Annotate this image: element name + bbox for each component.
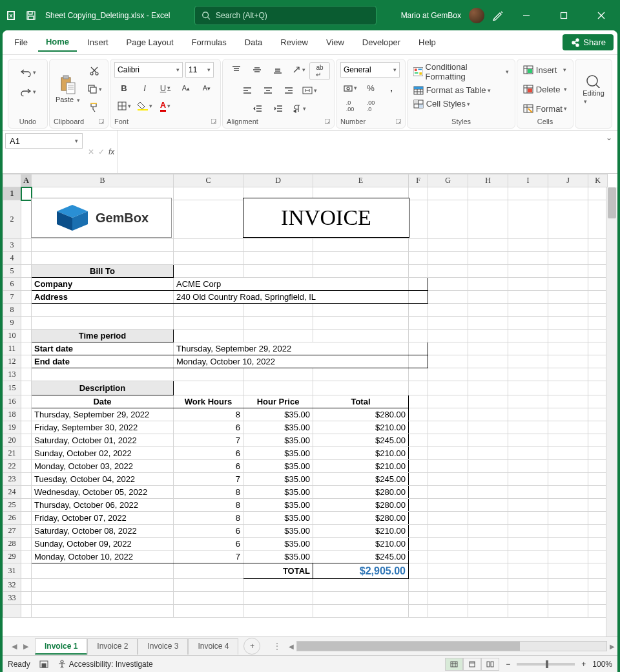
cell[interactable] <box>588 421 608 434</box>
orientation-button[interactable]: ▾ <box>289 62 308 78</box>
cell[interactable] <box>548 330 588 342</box>
decrease-decimal-button[interactable]: .00.0 <box>361 98 380 114</box>
menu-file[interactable]: File <box>6 34 36 51</box>
cell[interactable]: Address <box>32 291 174 304</box>
cell[interactable]: 8 <box>174 486 243 499</box>
row-header-16[interactable]: 16 <box>3 395 21 408</box>
cell[interactable] <box>174 579 243 592</box>
cell[interactable] <box>428 355 468 368</box>
cell[interactable]: $35.00 <box>243 473 313 486</box>
align-center-button[interactable] <box>258 83 278 98</box>
cell[interactable] <box>548 381 588 395</box>
cell[interactable] <box>428 592 468 605</box>
cell[interactable] <box>468 395 508 408</box>
cell[interactable] <box>468 265 508 278</box>
cell[interactable] <box>409 473 428 486</box>
comma-button[interactable]: , <box>382 80 401 96</box>
cell[interactable] <box>508 265 548 278</box>
cell[interactable]: $280.00 <box>313 486 409 499</box>
formula-input[interactable]: ⌄ <box>117 131 617 173</box>
pen-icon[interactable] <box>492 10 504 21</box>
cell[interactable]: Saturday, October 01, 2022 <box>32 434 174 447</box>
cell[interactable] <box>313 368 409 381</box>
cell[interactable]: Time period <box>32 330 174 342</box>
cell[interactable]: 6 <box>174 447 243 460</box>
cell[interactable]: $35.00 <box>243 512 313 525</box>
row-header-13[interactable]: 13 <box>3 368 21 381</box>
cell[interactable] <box>508 460 548 473</box>
cell[interactable]: $35.00 <box>243 447 313 460</box>
cell[interactable] <box>508 499 548 512</box>
cell[interactable]: $280.00 <box>313 499 409 512</box>
cell[interactable] <box>243 252 313 265</box>
cell[interactable]: 8 <box>174 499 243 512</box>
cell[interactable] <box>468 579 508 592</box>
cell[interactable]: 240 Old Country Road, Springfield, IL <box>174 291 409 304</box>
cell[interactable] <box>588 525 608 538</box>
menu-view[interactable]: View <box>318 34 352 51</box>
row-header-23[interactable]: 23 <box>3 473 21 486</box>
col-header-F[interactable]: F <box>409 174 428 187</box>
cell[interactable] <box>508 200 548 239</box>
sheet-tab-invoice-2[interactable]: Invoice 2 <box>87 638 138 655</box>
cell[interactable] <box>468 499 508 512</box>
cell[interactable] <box>548 447 588 460</box>
cell[interactable] <box>409 551 428 563</box>
cell[interactable] <box>468 460 508 473</box>
cell[interactable] <box>588 395 608 408</box>
cell[interactable] <box>588 551 608 563</box>
cell[interactable] <box>468 381 508 395</box>
cell[interactable] <box>21 408 32 421</box>
align-top-button[interactable] <box>227 62 246 78</box>
cell[interactable] <box>32 579 174 592</box>
cell[interactable] <box>588 473 608 486</box>
merge-button[interactable]: ▾ <box>300 83 319 98</box>
macro-icon[interactable] <box>39 660 48 668</box>
cell[interactable] <box>21 200 32 239</box>
row-header-19[interactable]: 19 <box>3 421 21 434</box>
cell[interactable] <box>468 563 508 579</box>
row-header-22[interactable]: 22 <box>3 460 21 473</box>
cell[interactable] <box>548 187 588 200</box>
accessibility-status[interactable]: Accessibility: Investigate <box>57 660 153 669</box>
font-color-button[interactable]: A▾ <box>156 98 175 114</box>
cell[interactable] <box>508 563 548 579</box>
cell[interactable] <box>548 342 588 355</box>
name-box[interactable]: A1▾ <box>5 133 83 149</box>
row-header-28[interactable]: 28 <box>3 538 21 551</box>
cell[interactable] <box>313 304 409 317</box>
row-header-7[interactable]: 7 <box>3 291 21 304</box>
spreadsheet-grid[interactable]: ABCDEFGHIJK12345Bill To6CompanyACME Corp… <box>3 174 617 636</box>
menu-home[interactable]: Home <box>38 33 77 52</box>
cell[interactable] <box>588 239 608 252</box>
cell[interactable] <box>508 252 548 265</box>
cell[interactable] <box>588 381 608 395</box>
row-header-29[interactable]: 29 <box>3 551 21 563</box>
cell[interactable] <box>428 579 468 592</box>
row-header-15[interactable]: 15 <box>3 381 21 395</box>
cell[interactable] <box>243 265 313 278</box>
cell[interactable] <box>21 473 32 486</box>
cell[interactable] <box>32 304 174 317</box>
cell[interactable]: 7 <box>174 434 243 447</box>
cell[interactable] <box>468 486 508 499</box>
col-header-H[interactable]: H <box>468 174 508 187</box>
cell[interactable]: $35.00 <box>243 434 313 447</box>
decrease-indent-button[interactable] <box>248 101 267 116</box>
cell[interactable]: $210.00 <box>313 447 409 460</box>
cell[interactable] <box>21 395 32 408</box>
cell[interactable]: TOTAL <box>243 563 313 579</box>
cell[interactable]: Friday, October 07, 2022 <box>32 512 174 525</box>
cell[interactable]: Thursday, September 29, 2022 <box>174 342 409 355</box>
cell[interactable] <box>508 342 548 355</box>
font-size-select[interactable]: 11▾ <box>185 62 214 78</box>
cell[interactable] <box>243 304 313 317</box>
cell[interactable] <box>243 381 313 395</box>
cell[interactable] <box>468 239 508 252</box>
cell[interactable] <box>468 355 508 368</box>
cell[interactable] <box>548 605 588 618</box>
cell[interactable] <box>588 579 608 592</box>
cell[interactable]: $210.00 <box>313 525 409 538</box>
cell[interactable] <box>313 381 409 395</box>
cell[interactable] <box>428 239 468 252</box>
